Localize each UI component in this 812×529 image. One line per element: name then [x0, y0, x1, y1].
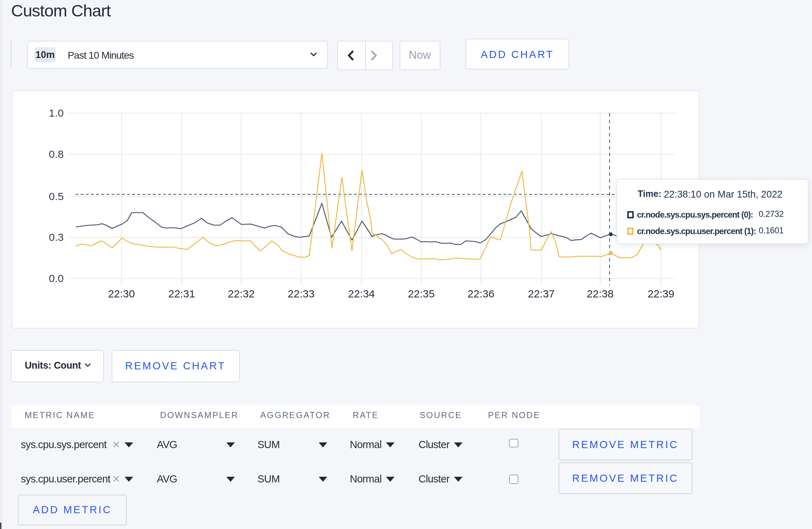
svg-text:0.8: 0.8: [49, 148, 64, 160]
svg-text:22:38: 22:38: [587, 288, 614, 300]
svg-text:1.0: 1.0: [49, 107, 64, 119]
svg-text:22:34: 22:34: [348, 288, 375, 300]
svg-text:22:30: 22:30: [108, 288, 135, 300]
svg-text:0.5: 0.5: [49, 190, 64, 202]
svg-text:22:32: 22:32: [228, 288, 255, 300]
svg-text:0.0: 0.0: [49, 272, 64, 284]
svg-text:0.3: 0.3: [49, 231, 64, 243]
svg-text:22:31: 22:31: [168, 288, 195, 300]
svg-text:22:39: 22:39: [648, 288, 675, 300]
svg-text:22:36: 22:36: [468, 288, 494, 300]
svg-text:22:33: 22:33: [288, 288, 315, 300]
svg-text:22:37: 22:37: [528, 288, 555, 300]
svg-text:22:35: 22:35: [408, 288, 435, 300]
